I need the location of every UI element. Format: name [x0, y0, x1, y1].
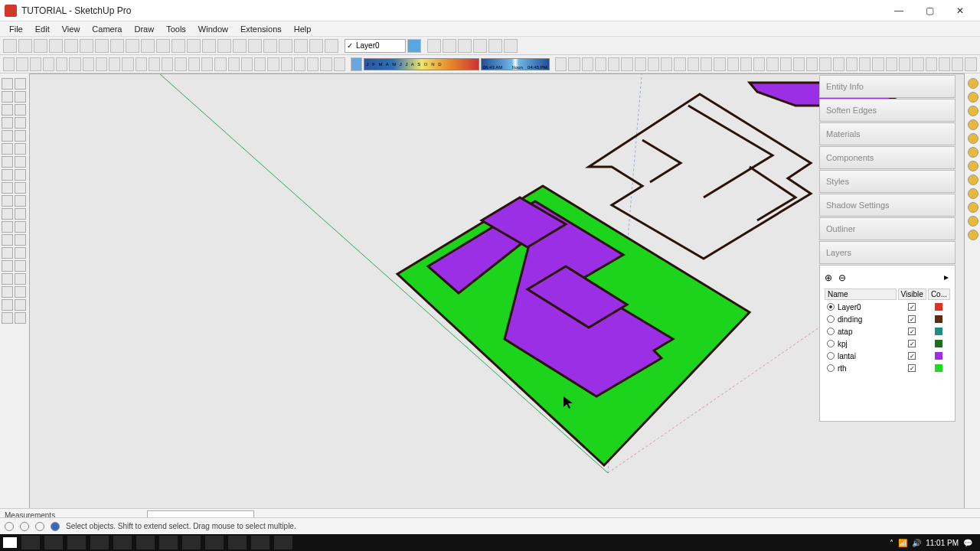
toolbar-button[interactable] — [248, 39, 262, 53]
tool-button[interactable] — [15, 286, 26, 298]
menu-view[interactable]: View — [56, 23, 87, 35]
tool-button[interactable] — [15, 156, 26, 168]
toolbar-button[interactable] — [714, 57, 725, 71]
tool-button[interactable] — [15, 221, 26, 233]
toolbar-button[interactable] — [488, 39, 502, 53]
layer-row[interactable]: lantai — [827, 350, 894, 361]
maximize-button[interactable]: ▢ — [914, 0, 945, 21]
layer-active-radio[interactable] — [827, 315, 835, 323]
toolbar-button[interactable] — [233, 39, 247, 53]
toolbar-button[interactable] — [952, 57, 963, 71]
toolbar-button[interactable] — [912, 57, 923, 71]
layer-color-swatch[interactable] — [935, 352, 942, 360]
taskbar-app[interactable] — [136, 536, 155, 549]
toolbar-button[interactable] — [56, 57, 67, 71]
toolbar-button[interactable] — [833, 57, 844, 71]
add-layer-button[interactable]: ⊕ — [823, 272, 834, 283]
layer-row[interactable]: dinding — [827, 314, 894, 324]
taskbar-clock[interactable]: 11:01 PM — [926, 539, 959, 547]
tool-button[interactable] — [2, 104, 13, 116]
toolbar-button[interactable] — [427, 39, 441, 53]
toolbar-button[interactable] — [83, 57, 94, 71]
tray-wifi-icon[interactable]: 📶 — [898, 539, 907, 547]
tray-components[interactable]: Components — [819, 146, 956, 169]
toolbar-button[interactable] — [458, 39, 472, 53]
toolbar-button[interactable] — [859, 57, 871, 71]
toolbar-button[interactable] — [95, 39, 109, 53]
close-button[interactable]: ✕ — [945, 0, 975, 21]
tool-button[interactable] — [2, 130, 13, 142]
tray-shadow-settings[interactable]: Shadow Settings — [819, 194, 956, 217]
toolbar-button[interactable] — [307, 57, 318, 71]
toolbar-button[interactable] — [241, 57, 253, 71]
tool-button[interactable] — [15, 234, 26, 246]
tool-button[interactable] — [968, 216, 978, 227]
start-button[interactable] — [3, 537, 17, 548]
layer-active-radio[interactable] — [827, 352, 835, 360]
toolbar-button[interactable] — [267, 57, 279, 71]
shadow-month-slider[interactable]: J F M A M J J A S O N D — [364, 58, 479, 70]
layer-row[interactable]: kpj — [827, 338, 894, 349]
taskbar-app[interactable] — [21, 536, 40, 549]
toolbar-button[interactable] — [217, 39, 231, 53]
tool-button[interactable] — [2, 312, 13, 324]
toolbar-button[interactable] — [136, 57, 147, 71]
toolbar-button[interactable] — [141, 39, 155, 53]
toolbar-button[interactable] — [3, 57, 15, 71]
toolbar-button[interactable] — [30, 57, 41, 71]
tool-button[interactable] — [2, 286, 13, 298]
toolbar-button[interactable] — [740, 57, 752, 71]
toolbar-button[interactable] — [701, 57, 712, 71]
layer-color-swatch[interactable] — [935, 364, 942, 372]
menu-draw[interactable]: Draw — [128, 23, 160, 35]
layer-visible-check[interactable] — [908, 315, 916, 323]
toolbar-button[interactable] — [96, 57, 107, 71]
menu-window[interactable]: Window — [192, 23, 234, 35]
toolbar-button[interactable] — [568, 57, 580, 71]
layer-row[interactable]: atap — [827, 326, 894, 337]
tool-button[interactable] — [15, 143, 26, 155]
tool-button[interactable] — [968, 188, 978, 199]
toolbar-button[interactable] — [635, 57, 646, 71]
remove-layer-button[interactable]: ⊖ — [837, 272, 848, 283]
toolbar-button[interactable] — [555, 57, 567, 71]
toolbar-button[interactable] — [110, 39, 124, 53]
taskbar-app[interactable] — [67, 536, 86, 549]
layer-visible-check[interactable] — [908, 364, 916, 372]
tool-button[interactable] — [2, 221, 13, 233]
toolbar-button[interactable] — [69, 57, 80, 71]
taskbar-app[interactable] — [113, 536, 132, 549]
tool-button[interactable] — [2, 182, 13, 194]
minimize-button[interactable]: — — [884, 0, 914, 21]
toolbar-button[interactable] — [187, 39, 201, 53]
toolbar-button[interactable] — [34, 39, 47, 53]
toolbar-button[interactable] — [674, 57, 685, 71]
tool-button[interactable] — [968, 230, 978, 240]
tool-button[interactable] — [15, 208, 26, 220]
layer-row[interactable]: rth — [827, 363, 894, 373]
tool-button[interactable] — [15, 273, 26, 285]
toolbar-button[interactable] — [621, 57, 632, 71]
toolbar-button[interactable] — [608, 57, 619, 71]
layer-visible-check[interactable] — [908, 303, 916, 311]
toolbar-button[interactable] — [18, 39, 32, 53]
toolbar-button[interactable] — [793, 57, 805, 71]
tool-button[interactable] — [968, 133, 978, 144]
menu-camera[interactable]: Camera — [86, 23, 128, 35]
taskbar-app[interactable] — [159, 536, 178, 549]
toolbar-button[interactable] — [188, 57, 200, 71]
layer-active-radio[interactable] — [827, 328, 835, 335]
tool-button[interactable] — [2, 247, 13, 259]
layer-active-radio[interactable] — [827, 303, 835, 311]
tool-button[interactable] — [2, 273, 13, 285]
tray-volume-icon[interactable]: 🔊 — [912, 539, 921, 547]
toolbar-button[interactable] — [325, 39, 338, 53]
toolbar-button[interactable] — [64, 39, 78, 53]
toolbar-button[interactable] — [688, 57, 699, 71]
toolbar-button[interactable] — [582, 57, 593, 71]
layers-menu-button[interactable]: ▸ — [941, 272, 952, 282]
tool-button[interactable] — [15, 117, 26, 129]
layer-color-swatch[interactable] — [935, 315, 942, 323]
menu-extensions[interactable]: Extensions — [234, 23, 288, 35]
toolbar-button[interactable] — [886, 57, 897, 71]
